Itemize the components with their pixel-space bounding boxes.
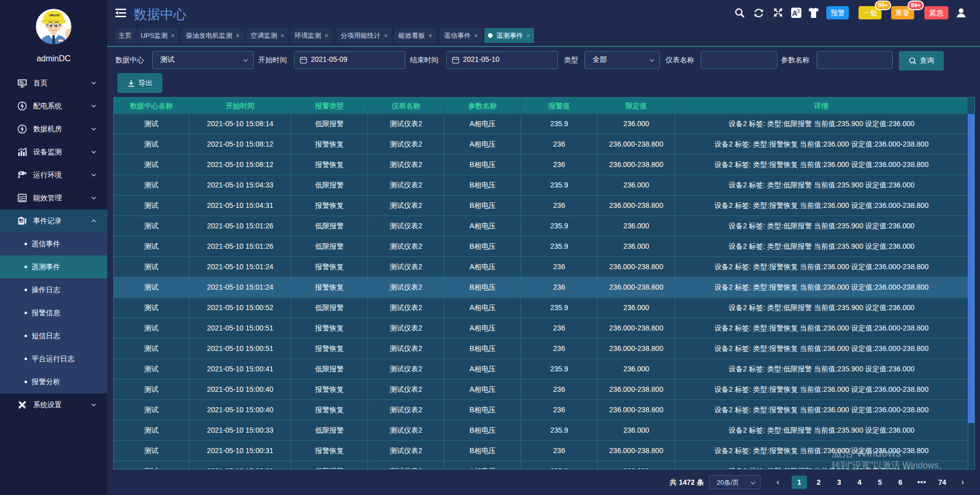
svg-text:文: 文: [796, 9, 801, 14]
svg-text:Acrel: Acrel: [51, 13, 60, 17]
